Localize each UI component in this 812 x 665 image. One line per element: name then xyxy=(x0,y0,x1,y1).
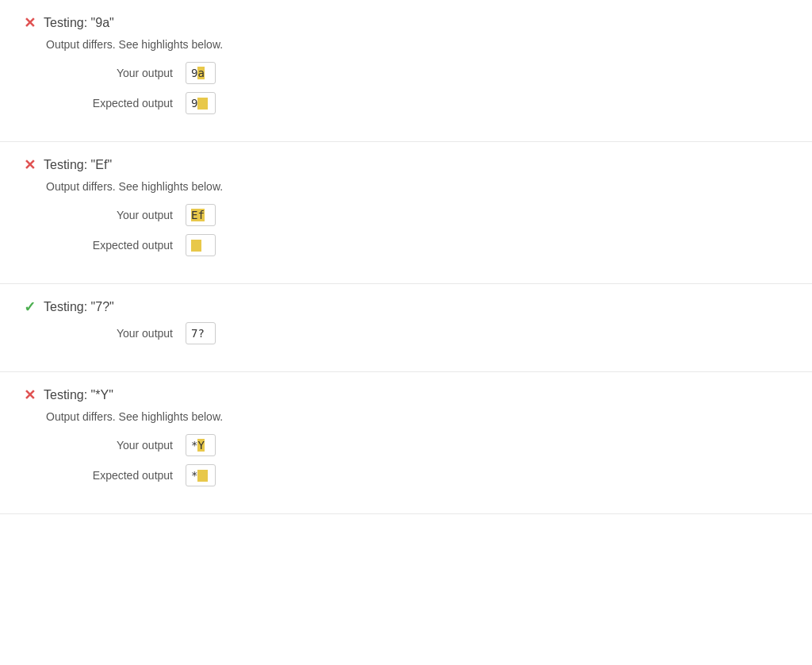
test-header: ✕ Testing: "Ef" xyxy=(24,158,788,172)
status-icon-pass: ✓ xyxy=(24,300,36,314)
your-output-row: Your output Ef xyxy=(46,204,788,226)
your-output-label: Your output xyxy=(46,67,173,79)
char: E xyxy=(191,209,197,221)
your-output-label: Your output xyxy=(46,439,173,452)
your-output-row: Your output 7? xyxy=(46,322,788,344)
test-title: Testing: "9a" xyxy=(44,16,114,30)
diff-message: Output differs. See highlights below. xyxy=(46,180,788,193)
char: f xyxy=(197,209,204,221)
diff-message: Output differs. See highlights below. xyxy=(46,410,788,423)
your-output-row: Your output 9a xyxy=(46,62,788,84)
expected-output-label: Expected output xyxy=(46,239,173,252)
your-output-label: Your output xyxy=(46,327,173,340)
expected-output-value: * xyxy=(186,464,216,486)
test-header: ✕ Testing: "*Y" xyxy=(24,388,788,402)
your-output-value: 7? xyxy=(186,322,216,344)
your-output-value: 9a xyxy=(186,62,216,84)
expected-output-value xyxy=(186,234,216,256)
your-output-value: Ef xyxy=(186,204,216,226)
expected-output-row: Expected output xyxy=(46,234,788,256)
your-output-row: Your output *Y xyxy=(46,434,788,456)
char-block xyxy=(191,240,201,252)
expected-output-label: Expected output xyxy=(46,469,173,482)
expected-output-row: Expected output * xyxy=(46,464,788,486)
your-output-label: Your output xyxy=(46,209,173,221)
test-title: Testing: "*Y" xyxy=(44,388,113,402)
diff-message: Output differs. See highlights below. xyxy=(46,38,788,51)
status-icon-fail: ✕ xyxy=(24,388,36,402)
expected-output-value: 9 xyxy=(186,92,216,114)
expected-output-row: Expected output 9 xyxy=(46,92,788,114)
test-title: Testing: "7?" xyxy=(44,300,114,314)
test-section-test-9a: ✕ Testing: "9a" Output differs. See high… xyxy=(0,0,812,142)
test-section-test-stY: ✕ Testing: "*Y" Output differs. See high… xyxy=(0,372,812,514)
char: 9 xyxy=(191,97,197,110)
status-icon-fail: ✕ xyxy=(24,16,36,30)
char: ? xyxy=(197,327,204,340)
char-block xyxy=(197,470,208,482)
status-icon-fail: ✕ xyxy=(24,158,36,172)
char: 9 xyxy=(191,67,197,79)
test-section-test-Ef: ✕ Testing: "Ef" Output differs. See high… xyxy=(0,142,812,284)
char: * xyxy=(191,469,197,482)
test-header: ✕ Testing: "9a" xyxy=(24,16,788,30)
test-title: Testing: "Ef" xyxy=(44,158,112,172)
expected-output-label: Expected output xyxy=(46,97,173,110)
char: Y xyxy=(197,439,204,452)
char: * xyxy=(191,439,197,452)
char: a xyxy=(197,67,204,79)
test-section-test-7q: ✓ Testing: "7?" Your output 7? xyxy=(0,284,812,372)
char: 7 xyxy=(191,327,197,340)
test-header: ✓ Testing: "7?" xyxy=(24,300,788,314)
your-output-value: *Y xyxy=(186,434,216,456)
char-block xyxy=(197,98,208,110)
